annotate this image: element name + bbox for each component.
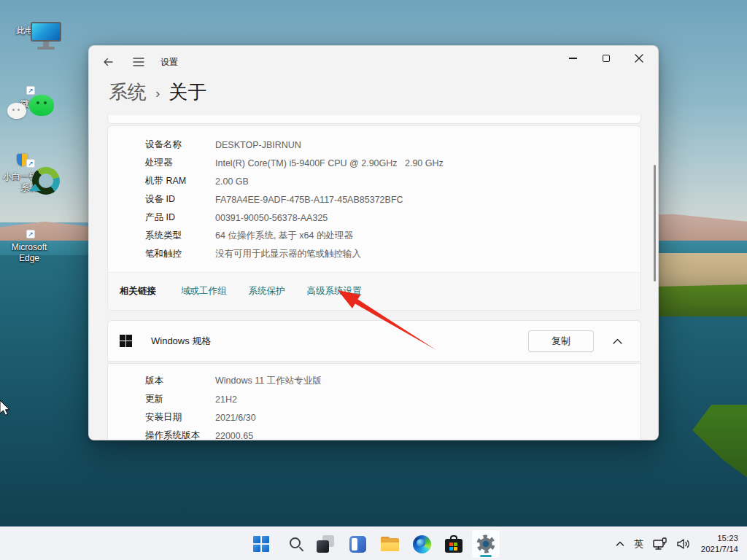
windows-spec-title: Windows 规格 <box>151 335 528 348</box>
spec-row: 版本Windows 11 工作站专业版 <box>108 372 640 390</box>
window-scrollbar[interactable] <box>654 165 656 281</box>
related-links-label: 相关链接 <box>120 285 156 298</box>
chevron-up-icon <box>615 539 625 549</box>
file-explorer-button[interactable] <box>375 529 404 559</box>
breadcrumb: 系统 › 关于 <box>109 79 658 105</box>
folder-icon <box>381 537 399 551</box>
search-button[interactable] <box>279 529 308 559</box>
windows-logo-icon <box>120 335 132 347</box>
shortcut-arrow-icon: ↗ <box>26 230 35 238</box>
minimize-button[interactable] <box>557 47 589 69</box>
windows-spec-header[interactable]: Windows 规格 复制 <box>107 320 641 362</box>
ethernet-icon <box>652 537 668 551</box>
spec-label: 处理器 <box>145 157 215 169</box>
spec-value: Intel(R) Core(TM) i5-9400F CPU @ 2.90GHz… <box>215 158 444 168</box>
mouse-cursor <box>0 400 12 417</box>
spec-value: 2021/6/30 <box>215 413 256 423</box>
close-button[interactable] <box>622 47 655 69</box>
spec-label: 系统类型 <box>145 230 215 242</box>
desktop-icon-edge[interactable]: ↗ Microsoft Edge <box>0 227 58 264</box>
desktop-icon-xiaobai[interactable]: ↗ 小白一键重装 系统 <box>0 156 58 193</box>
spec-row: 机带 RAM2.00 GB <box>108 172 640 190</box>
task-view-icon <box>317 535 334 553</box>
app-title: 设置 <box>160 56 178 69</box>
speaker-icon <box>676 537 692 551</box>
close-icon <box>635 54 643 63</box>
chevron-up-icon <box>613 338 622 344</box>
settings-gear-icon <box>476 534 496 554</box>
breadcrumb-section[interactable]: 系统 <box>109 79 147 105</box>
spec-row: 更新21H2 <box>108 390 640 408</box>
spec-value: 2.00 GB <box>215 176 249 187</box>
clock[interactable]: 15:23 2021/7/14 <box>695 533 743 555</box>
edge-button[interactable] <box>407 529 436 559</box>
time-label: 15:23 <box>701 533 738 544</box>
spec-row: 系统类型64 位操作系统, 基于 x64 的处理器 <box>108 227 640 245</box>
link-advanced-system-settings[interactable]: 高级系统设置 <box>307 285 362 298</box>
hidden-icons-button[interactable] <box>611 529 630 559</box>
shortcut-arrow-icon: ↗ <box>26 86 35 95</box>
maximize-button[interactable] <box>589 47 622 69</box>
spec-label: 操作系统版本 <box>145 429 215 440</box>
date-label: 2021/7/14 <box>701 544 738 555</box>
taskbar: 英 15:23 2021/7/14 <box>0 526 747 560</box>
collapse-expander-button[interactable] <box>605 330 630 352</box>
about-content: 设备名称DESKTOP-JBIRNUN 处理器Intel(R) Core(TM)… <box>107 115 641 440</box>
spec-row: 处理器Intel(R) Core(TM) i5-9400F CPU @ 2.90… <box>108 154 640 172</box>
spec-value: 22000.65 <box>215 431 253 441</box>
volume-button[interactable] <box>672 529 695 559</box>
spec-row: 设备名称DESKTOP-JBIRNUN <box>108 136 640 154</box>
spec-value: 21H2 <box>215 394 237 405</box>
spec-row: 设备 IDFA78A4EE-9ADF-475B-A117-45AB85372BF… <box>108 190 640 209</box>
spec-row: 安装日期2021/6/30 <box>108 408 640 427</box>
desktop-icon-wechat[interactable]: ↗ 微信 <box>0 83 58 109</box>
spec-value: 00391-90050-56378-AA325 <box>215 213 328 223</box>
store-button[interactable] <box>439 529 468 559</box>
spec-value: 没有可用于此显示器的笔或触控输入 <box>215 248 361 260</box>
active-app-indicator <box>480 555 492 557</box>
spec-label: 更新 <box>145 393 215 405</box>
settings-button[interactable] <box>471 529 500 559</box>
ime-language-label: 英 <box>634 537 643 551</box>
copy-button[interactable]: 复制 <box>528 330 594 352</box>
page-title: 关于 <box>169 79 206 105</box>
spec-label: 设备 ID <box>145 193 215 206</box>
link-system-protection[interactable]: 系统保护 <box>249 285 285 298</box>
spec-label: 设备名称 <box>145 139 215 151</box>
spec-row: 产品 ID00391-90050-56378-AA325 <box>108 209 640 227</box>
spec-label: 版本 <box>145 375 215 387</box>
desktop: 此电脑 ↗ 微信 ↗ 小白一键重装 系统 <box>0 0 747 560</box>
spec-value: 64 位操作系统, 基于 x64 的处理器 <box>215 230 353 242</box>
spec-label: 机带 RAM <box>145 175 215 187</box>
spec-row: 操作系统版本22000.65 <box>108 427 640 440</box>
ime-indicator[interactable]: 英 <box>630 529 649 559</box>
related-links-row: 相关链接 域或工作组 系统保护 高级系统设置 <box>108 272 640 310</box>
titlebar: 设置 <box>89 46 658 77</box>
network-button[interactable] <box>649 529 672 559</box>
device-specs-card: 设备名称DESKTOP-JBIRNUN 处理器Intel(R) Core(TM)… <box>107 125 641 311</box>
shortcut-arrow-icon: ↗ <box>26 159 35 168</box>
navigation-menu-button[interactable] <box>127 52 150 71</box>
desktop-icon-this-pc[interactable]: 此电脑 <box>0 10 58 36</box>
scrolled-card-remnant <box>107 115 641 124</box>
minimize-icon <box>569 58 577 58</box>
edge-icon <box>413 535 431 553</box>
spec-value: FA78A4EE-9ADF-475B-A117-45AB85372BFC <box>215 195 403 205</box>
desktop-icon-label: Microsoft <box>0 242 58 253</box>
spec-value: Windows 11 工作站专业版 <box>215 375 322 387</box>
spec-label: 安装日期 <box>145 411 215 424</box>
settings-window: 设置 系统 › 关于 设备名称DESKTOP-JBIRNUN 处理器Intel(… <box>88 45 659 440</box>
desktop-icon-label: Edge <box>0 253 58 264</box>
widgets-button[interactable] <box>343 529 372 559</box>
widgets-icon <box>349 536 366 553</box>
start-button[interactable] <box>247 529 276 559</box>
windows-spec-rows-card: 版本Windows 11 工作站专业版 更新21H2 安装日期2021/6/30… <box>107 363 641 440</box>
task-view-button[interactable] <box>311 529 340 559</box>
hamburger-icon <box>133 57 144 67</box>
maximize-icon <box>603 55 610 62</box>
back-button[interactable] <box>96 52 120 71</box>
link-domain-or-workgroup[interactable]: 域或工作组 <box>181 285 227 298</box>
spec-label: 产品 ID <box>145 211 215 224</box>
spec-value: DESKTOP-JBIRNUN <box>215 140 301 150</box>
store-icon <box>445 535 462 553</box>
